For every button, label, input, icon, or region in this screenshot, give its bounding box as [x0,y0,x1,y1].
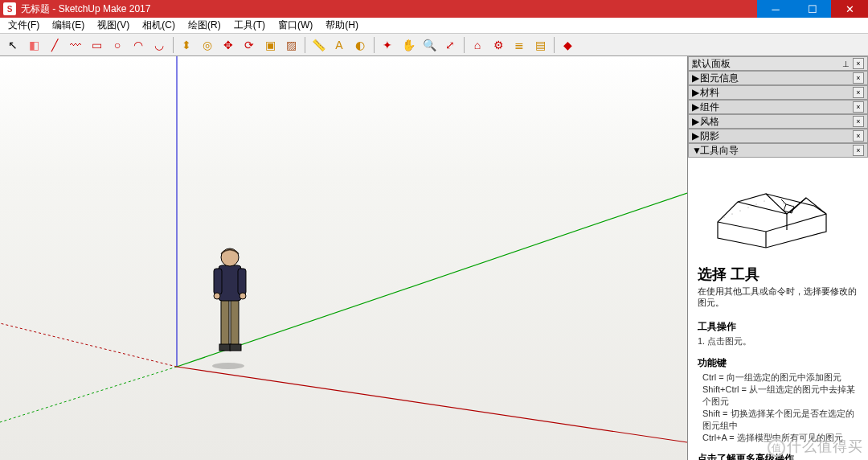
default-tray: 默认面板 ⊥ × ▶图元信息×▶材料×▶组件×▶风格×▶阴影×▼工具向导× [687,56,868,460]
panel-header-材料[interactable]: ▶材料× [688,85,868,100]
svg-line-3 [177,367,687,442]
tool-circle[interactable]: ○ [108,35,127,55]
tool-scale[interactable]: ▣ [260,35,280,55]
panel-header-组件[interactable]: ▶组件× [688,100,868,114]
panel-label: 阴影 [700,129,853,143]
tool-tape[interactable]: 📏 [309,35,328,55]
workspace: 默认面板 ⊥ × ▶图元信息×▶材料×▶组件×▶风格×▶阴影×▼工具向导× [0,56,868,460]
panel-header-工具向导[interactable]: ▼工具向导× [688,143,868,158]
panel-header-阴影[interactable]: ▶阴影× [688,129,868,143]
panel-label: 材料 [700,86,853,100]
tool-warehouse[interactable]: ⌂ [468,35,487,55]
axes-and-scene [0,56,687,460]
svg-rect-6 [221,298,229,346]
watermark-text: 什么值得买 [787,438,863,454]
close-button[interactable]: ✕ [831,0,868,18]
toolbar-separator [461,35,466,55]
tool-text[interactable]: A [330,35,349,55]
title-bar: S 无标题 - SketchUp Make 2017 ─ ☐ ✕ [0,0,868,18]
menu-编辑[interactable]: 编辑(E) [47,17,89,34]
tool-extension[interactable]: ⚙ [489,35,508,55]
pin-icon[interactable]: ⊥ [842,60,850,68]
svg-point-26 [792,205,793,206]
svg-point-27 [802,202,803,203]
svg-point-21 [747,207,748,207]
instructor-desc: 在使用其他工具或命令时，选择要修改的图元。 [698,285,858,309]
panel-label: 风格 [700,115,853,129]
tool-pushpull[interactable]: ⬍ [177,35,196,55]
tray-close-button[interactable]: × [853,58,864,69]
key-line: Ctrl = 向一组选定的图元中添加图元 [698,372,858,384]
tool-select[interactable]: ↖ [3,35,23,55]
menu-绘图[interactable]: 绘图(R) [183,17,226,34]
menu-bar: 文件(F)编辑(E)视图(V)相机(C)绘图(R)工具(T)窗口(W)帮助(H) [0,18,868,34]
tool-offset[interactable]: ◎ [198,35,217,55]
keys-heading: 功能键 [698,356,858,370]
panel-header-风格[interactable]: ▶风格× [688,114,868,129]
toolbar-separator [371,35,376,55]
svg-rect-11 [214,269,222,294]
arrow-right-icon: ▶ [692,116,700,127]
svg-point-23 [764,200,764,201]
tool-layers[interactable]: ≣ [510,35,529,55]
arrow-right-icon: ▶ [692,101,700,113]
panel-header-图元信息[interactable]: ▶图元信息× [688,71,868,85]
svg-rect-7 [231,298,239,346]
tool-arc[interactable]: ◠ [129,35,148,55]
tool-rotate[interactable]: ⟳ [240,35,259,55]
svg-line-1 [177,193,687,367]
panel-label: 组件 [700,101,853,114]
instructor-heading: 选择 工具 [698,265,858,284]
tool-line[interactable]: ╱ [45,35,64,55]
arrow-right-icon: ▶ [692,72,700,84]
tool-ruby[interactable]: ◆ [558,35,577,55]
svg-point-19 [731,213,732,214]
tool-zoom-extents[interactable]: ⤢ [440,35,460,55]
tool-orbit[interactable]: ✦ [378,35,397,55]
svg-point-29 [820,210,821,211]
menu-帮助[interactable]: 帮助(H) [321,17,363,34]
main-toolbar: ↖◧╱〰▭○◠◡⬍◎✥⟳▣▨📏A◐✦✋🔍⤢⌂⚙≣▤◆ [0,34,868,56]
tool-eraser[interactable]: ◧ [24,35,43,55]
tool-rect[interactable]: ▭ [87,35,106,55]
panel-close-button[interactable]: × [853,101,864,113]
svg-point-20 [739,210,740,211]
tool-zoom[interactable]: 🔍 [420,35,439,55]
svg-point-5 [212,363,244,369]
toolbar-separator [302,35,307,55]
window-title: 无标题 - SketchUp Make 2017 [21,2,757,16]
minimize-button[interactable]: ─ [757,0,794,18]
tool-arc2[interactable]: ◡ [149,35,169,55]
key-line: Shift = 切换选择某个图元是否在选定的图元组中 [698,408,858,432]
svg-point-24 [773,200,774,201]
tool-freehand[interactable]: 〰 [66,35,85,55]
panel-close-button[interactable]: × [853,72,864,84]
maximize-button[interactable]: ☐ [794,0,831,18]
instructor-panel: 选择 工具 在使用其他工具或命令时，选择要修改的图元。 工具操作 1. 点击图元… [688,158,868,460]
watermark: 值什么值得买 [768,437,863,457]
menu-窗口[interactable]: 窗口(W) [273,17,317,34]
toolbar-separator [170,35,175,55]
tool-paint[interactable]: ▨ [281,35,301,55]
svg-marker-16 [718,194,826,248]
svg-line-2 [0,367,177,422]
scale-figure [212,248,246,369]
tray-header[interactable]: 默认面板 ⊥ × [688,56,868,71]
menu-工具[interactable]: 工具(T) [229,17,270,34]
tool-move[interactable]: ✥ [219,35,238,55]
tool-pan[interactable]: ✋ [399,35,418,55]
panel-close-button[interactable]: × [853,130,864,142]
menu-相机[interactable]: 相机(C) [137,17,180,34]
panel-close-button[interactable]: × [853,87,864,98]
tool-protractor[interactable]: ◐ [350,35,370,55]
ops-line: 1. 点击图元。 [698,335,858,347]
tool-outliner[interactable]: ▤ [530,35,550,55]
toolbar-separator [551,35,556,55]
panel-label: 图元信息 [700,72,853,85]
viewport-3d[interactable] [0,56,687,460]
panel-close-button[interactable]: × [853,116,864,127]
panel-close-button[interactable]: × [853,145,864,156]
watermark-logo-icon: 值 [768,439,785,457]
menu-文件[interactable]: 文件(F) [3,17,44,34]
menu-视图[interactable]: 视图(V) [92,17,134,34]
